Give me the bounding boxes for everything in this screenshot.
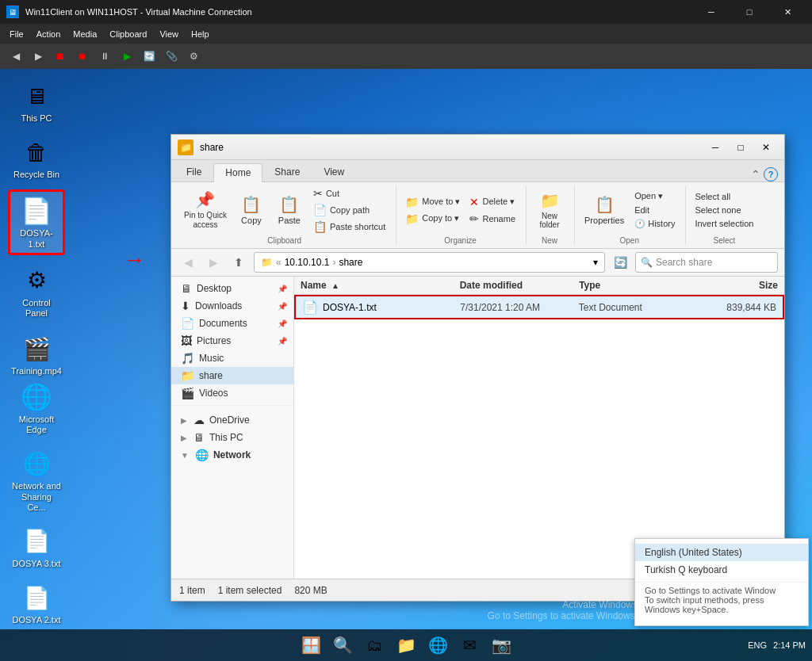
ribbon-collapse-btn[interactable]: ⌃ bbox=[751, 168, 760, 181]
move-label: Move to ▾ bbox=[422, 197, 460, 207]
toolbar-forward[interactable]: ▶ bbox=[29, 47, 48, 66]
paste-btn[interactable]: 📋 Paste bbox=[271, 193, 308, 227]
desktop-icon-recycle-bin[interactable]: 🗑 Recycle Bin bbox=[8, 133, 65, 183]
refresh-btn[interactable]: 🔄 bbox=[610, 252, 630, 273]
taskbar: 🪟 🔍 🗂 📁 🌐 ✉ 📷 ENG 2:14 PM bbox=[0, 629, 812, 661]
toolbar-back[interactable]: ◀ bbox=[6, 47, 25, 66]
col-header-date[interactable]: Date modified bbox=[460, 280, 580, 291]
copy-path-btn[interactable]: 📄 Copy path bbox=[309, 202, 389, 218]
taskbar-lang[interactable]: ENG bbox=[748, 640, 767, 650]
taskbar-search-btn[interactable]: 🔍 bbox=[328, 631, 357, 659]
vm-minimize-button[interactable]: ─ bbox=[693, 0, 730, 24]
nav-up-btn[interactable]: ⬆ bbox=[228, 252, 249, 273]
desktop-icon-edge[interactable]: 🌐 Microsoft Edge bbox=[8, 378, 65, 438]
col-header-name[interactable]: Name ▲ bbox=[301, 280, 460, 291]
lang-english[interactable]: English (United States) bbox=[635, 544, 808, 561]
new-folder-icon: 📁 bbox=[540, 191, 560, 210]
nav-item-this-pc[interactable]: ▶ 🖥 This PC bbox=[171, 429, 293, 446]
cut-btn[interactable]: ✂ Cut bbox=[309, 185, 389, 201]
menu-clipboard[interactable]: Clipboard bbox=[103, 24, 153, 44]
toolbar-settings[interactable]: ⚙ bbox=[184, 47, 203, 66]
delete-btn[interactable]: ✕ Delete ▾ bbox=[465, 194, 519, 210]
toolbar-attach[interactable]: 📎 bbox=[162, 47, 181, 66]
new-label: New bbox=[531, 236, 568, 245]
nav-item-network[interactable]: ▼ 🌐 Network bbox=[171, 446, 293, 464]
edit-btn[interactable]: Edit bbox=[630, 204, 679, 216]
copy-to-btn[interactable]: 📁 Copy to ▾ bbox=[401, 211, 464, 227]
desktop-nav-icon: 🖥 bbox=[181, 282, 192, 295]
path-dropdown-icon[interactable]: ▾ bbox=[593, 257, 598, 268]
ribbon-help-btn[interactable]: ? bbox=[764, 167, 778, 181]
nav-item-videos[interactable]: 🎬 Videos bbox=[171, 384, 293, 402]
desktop-icon-dosya3[interactable]: 📄 DOSYA 3.txt bbox=[8, 522, 65, 572]
toolbar-refresh[interactable]: 🔄 bbox=[140, 47, 159, 66]
desktop-icon-training[interactable]: 🎬 Training.mp4 bbox=[8, 330, 65, 380]
select-all-btn[interactable]: Select all bbox=[691, 190, 757, 203]
sort-icon: ▲ bbox=[331, 281, 339, 290]
rename-btn[interactable]: ✏ Rename bbox=[465, 211, 519, 227]
desktop-icon-dosya2[interactable]: 📄 DOSYA 2.txt bbox=[8, 579, 65, 629]
col-header-type[interactable]: Type bbox=[579, 280, 699, 291]
nav-forward-btn[interactable]: ▶ bbox=[203, 252, 224, 273]
rename-label: Rename bbox=[482, 214, 515, 224]
clipboard-label: Clipboard bbox=[179, 236, 389, 245]
ribbon-tab-share[interactable]: Share bbox=[262, 162, 312, 181]
taskbar-mail-btn[interactable]: ✉ bbox=[455, 631, 484, 659]
menu-action[interactable]: Action bbox=[30, 24, 67, 44]
menu-media[interactable]: Media bbox=[67, 24, 103, 44]
vm-close-button[interactable]: ✕ bbox=[769, 0, 806, 24]
explorer-close-btn[interactable]: ✕ bbox=[754, 138, 778, 157]
move-to-btn[interactable]: 📁 Move to ▾ bbox=[401, 194, 464, 210]
open-btn[interactable]: Open ▾ bbox=[630, 189, 679, 203]
paste-shortcut-btn[interactable]: 📋 Paste shortcut bbox=[309, 219, 389, 235]
new-folder-btn[interactable]: 📁 Newfolder bbox=[531, 189, 568, 231]
toolbar-pause[interactable]: ⏸ bbox=[95, 47, 114, 66]
desktop-icon-dosya1[interactable]: 📄 DOSYA-1.txt bbox=[8, 189, 65, 254]
nav-item-music[interactable]: 🎵 Music bbox=[171, 350, 293, 367]
menu-view[interactable]: View bbox=[153, 24, 185, 44]
invert-selection-btn[interactable]: Invert selection bbox=[691, 217, 757, 230]
explorer-minimize-btn[interactable]: ─ bbox=[703, 138, 727, 157]
organize-col2: ✕ Delete ▾ ✏ Rename bbox=[465, 194, 519, 227]
nav-item-desktop[interactable]: 🖥 Desktop 📌 bbox=[171, 280, 293, 297]
copy-btn[interactable]: 📋 Copy bbox=[233, 193, 270, 227]
menu-help[interactable]: Help bbox=[185, 24, 216, 44]
explorer-maximize-btn[interactable]: □ bbox=[729, 138, 753, 157]
this-pc-label: This PC bbox=[21, 113, 52, 124]
select-none-btn[interactable]: Select none bbox=[691, 204, 757, 216]
nav-item-onedrive[interactable]: ▶ ☁ OneDrive bbox=[171, 411, 293, 429]
taskbar-taskview-btn[interactable]: 🗂 bbox=[360, 631, 389, 659]
pin-quick-access-btn[interactable]: 📌 Pin to Quickaccess bbox=[179, 188, 232, 232]
file-row-dosya1[interactable]: 📄 DOSYA-1.txt 7/31/2021 1:20 AM Text Doc… bbox=[294, 295, 784, 319]
nav-back-btn[interactable]: ◀ bbox=[178, 252, 198, 273]
taskbar-start-btn[interactable]: 🪟 bbox=[297, 631, 325, 659]
menu-file[interactable]: File bbox=[3, 24, 30, 44]
file-list-header: Name ▲ Date modified Type Size bbox=[294, 277, 784, 295]
nav-item-pictures[interactable]: 🖼 Pictures 📌 bbox=[171, 332, 293, 350]
desktop-icon-this-pc[interactable]: 🖥 This PC bbox=[8, 77, 65, 127]
ribbon-tab-file[interactable]: File bbox=[174, 162, 213, 181]
properties-btn[interactable]: 📋 Properties bbox=[580, 193, 629, 227]
ribbon-tab-home[interactable]: Home bbox=[213, 163, 262, 182]
address-path[interactable]: 📁 « 10.10.10.1 › share ▾ bbox=[254, 252, 605, 273]
desktop-icon-control-panel[interactable]: ⚙ Control Panel bbox=[8, 262, 65, 322]
nav-item-share[interactable]: 📁 share bbox=[171, 367, 293, 384]
toolbar-stop[interactable]: ⏹ bbox=[51, 47, 70, 66]
taskbar-explorer-btn[interactable]: 📁 bbox=[392, 631, 420, 659]
taskbar-camera-btn[interactable]: 📷 bbox=[487, 631, 515, 659]
col-header-size[interactable]: Size bbox=[699, 280, 778, 291]
search-box[interactable]: 🔍 Search share bbox=[635, 252, 778, 273]
file-size-cell: 839,844 KB bbox=[697, 302, 776, 313]
ribbon-tab-view[interactable]: View bbox=[312, 162, 356, 181]
lang-turkish[interactable]: Turkish Q keyboard bbox=[635, 561, 808, 579]
vm-maximize-button[interactable]: □ bbox=[731, 0, 768, 24]
toolbar-play[interactable]: ▶ bbox=[117, 47, 136, 66]
taskbar-edge-btn[interactable]: 🌐 bbox=[423, 631, 452, 659]
desktop-icon-network-sharing[interactable]: 🌐 Network and Sharing Ce... bbox=[8, 445, 65, 516]
path-folder-icon: 📁 bbox=[261, 257, 273, 268]
nav-item-documents[interactable]: 📄 Documents 📌 bbox=[171, 315, 293, 332]
nav-item-downloads[interactable]: ⬇ Downloads 📌 bbox=[171, 297, 293, 315]
history-btn[interactable]: 🕐 History bbox=[630, 217, 679, 231]
edit-label: Edit bbox=[634, 205, 649, 215]
toolbar-record[interactable]: ⏺ bbox=[73, 47, 92, 66]
